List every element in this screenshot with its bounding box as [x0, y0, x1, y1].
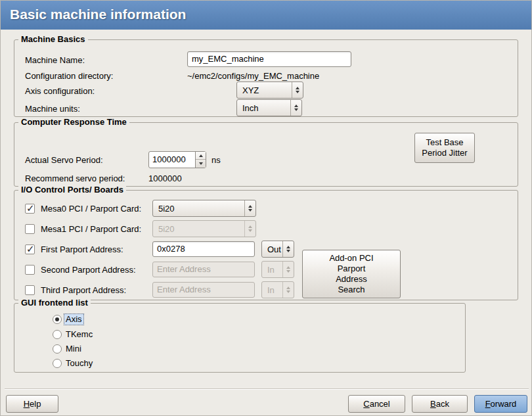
spin-steppers [195, 152, 206, 168]
combo-arrows-icon [282, 241, 294, 257]
machine-units-label: Machine units: [25, 104, 80, 114]
gui-radio-tkemc-label[interactable]: TKemc [64, 329, 94, 340]
second-parport-direction-select[interactable]: In [261, 261, 294, 278]
mesa0-card-value: 5i20 [158, 204, 244, 214]
mesa0-card-select[interactable]: 5i20 [152, 200, 256, 217]
axis-configuration-value: XYZ [242, 85, 292, 95]
recommend-servo-period-label: Recommend servo period: [25, 173, 125, 183]
config-directory-label: Configuration directory: [25, 71, 113, 81]
mesa0-checkbox[interactable] [25, 204, 35, 214]
axis-configuration-label: Axis configuration: [25, 86, 95, 96]
combo-arrows-icon [244, 221, 255, 237]
machine-units-value: Inch [242, 103, 290, 113]
servo-period-units-label: ns [211, 155, 221, 165]
forward-button[interactable]: Forward [474, 395, 527, 413]
addon-pci-parport-search-button[interactable]: Add-on PCI Parport Address Search [302, 250, 401, 298]
third-parport-checkbox[interactable] [25, 285, 35, 295]
gui-radio-touchy[interactable] [53, 359, 62, 368]
first-parport-address-field[interactable]: 0x0278 [152, 241, 255, 257]
spin-down-button[interactable] [196, 160, 206, 168]
gui-radio-touchy-label[interactable]: Touchy [64, 358, 94, 369]
machine-name-field[interactable]: my_EMC_machine [187, 51, 351, 67]
gui-radio-tkemc[interactable] [53, 330, 62, 339]
servo-period-spinbox[interactable]: 1000000 [148, 151, 206, 168]
axis-configuration-select[interactable]: XYZ [236, 81, 303, 99]
combo-arrows-icon [282, 282, 294, 298]
page-title: Basic machine information [10, 7, 186, 22]
second-parport-address-field[interactable]: Enter Address [152, 262, 255, 277]
third-parport-label: Third Parport Address: [41, 285, 126, 295]
response-time-legend: Computer Response Time [18, 117, 129, 127]
gui-radio-mini-label[interactable]: Mini [64, 344, 83, 354]
gui-radio-axis[interactable] [53, 315, 62, 324]
machine-basics-frame: Machine Basics Machine Name: my_EMC_mach… [14, 39, 518, 117]
combo-arrows-icon [292, 82, 303, 98]
gui-frontend-frame: GUI frontend list Axis TKemc Mini Touchy [14, 303, 466, 373]
recommend-servo-period-value: 1000000 [148, 173, 182, 183]
machine-name-label: Machine Name: [25, 55, 85, 65]
mesa1-checkbox[interactable] [25, 224, 35, 234]
mesa1-card-select[interactable]: 5i20 [152, 220, 256, 237]
first-parport-checkbox[interactable] [25, 244, 35, 254]
help-button[interactable]: Help [6, 395, 58, 413]
io-ports-frame: I/O Control Ports/ Boards Mesa0 PCI / Pa… [14, 190, 518, 300]
footer-separator [5, 388, 529, 390]
second-parport-checkbox[interactable] [25, 265, 35, 275]
first-parport-label: First Parport Address: [41, 244, 123, 254]
back-button[interactable]: Back [412, 395, 468, 413]
page-header: Basic machine information [1, 1, 532, 30]
io-ports-legend: I/O Control Ports/ Boards [18, 185, 126, 195]
test-base-period-jitter-button[interactable]: Test Base Period Jitter [414, 133, 475, 163]
third-parport-direction-value: In [267, 285, 282, 295]
gui-radio-axis-label[interactable]: Axis [64, 314, 83, 325]
mesa1-card-value: 5i20 [158, 224, 244, 234]
first-parport-direction-select[interactable]: Out [261, 241, 294, 258]
machine-units-select[interactable]: Inch [236, 99, 302, 116]
combo-arrows-icon [290, 100, 301, 116]
mesa1-label: Mesa1 PCI / Parport Card: [41, 224, 141, 234]
gui-radio-mini[interactable] [53, 344, 62, 354]
config-directory-value: ~/emc2/configs/my_EMC_machine [187, 71, 319, 81]
mesa0-label: Mesa0 PCI / Parport Card: [41, 204, 141, 214]
servo-period-value: 1000000 [149, 152, 195, 168]
response-time-frame: Computer Response Time Test Base Period … [14, 122, 518, 187]
servo-period-label: Actual Servo Period: [25, 155, 103, 165]
combo-arrows-icon [282, 262, 294, 277]
first-parport-direction-value: Out [267, 244, 282, 254]
machine-basics-legend: Machine Basics [18, 34, 88, 44]
second-parport-label: Second Parport Address: [41, 265, 136, 275]
third-parport-direction-select[interactable]: In [261, 281, 294, 298]
basic-machine-information-window: Basic machine information Machine Basics… [0, 0, 532, 416]
combo-arrows-icon [244, 200, 255, 216]
spin-up-button[interactable] [196, 152, 206, 160]
second-parport-direction-value: In [267, 265, 282, 275]
third-parport-address-field[interactable]: Enter Address [152, 282, 255, 298]
cancel-button[interactable]: Cancel [348, 395, 405, 413]
gui-frontend-legend: GUI frontend list [18, 298, 91, 308]
